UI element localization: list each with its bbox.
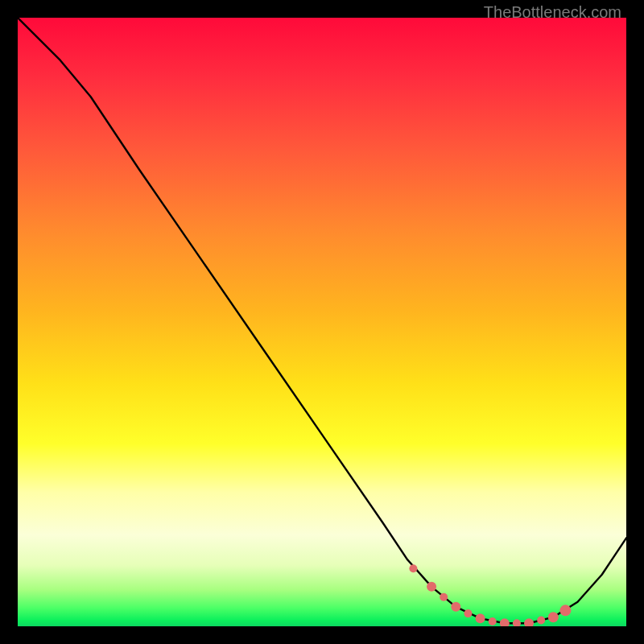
marker-point bbox=[559, 605, 571, 616]
bottleneck-curve bbox=[18, 18, 626, 623]
marker-point bbox=[409, 564, 417, 572]
marker-point bbox=[451, 602, 460, 612]
marker-point bbox=[427, 582, 436, 592]
marker-point bbox=[440, 593, 448, 601]
chart-plot-area bbox=[18, 18, 626, 626]
marker-point bbox=[513, 619, 521, 626]
watermark-text: TheBottleneck.com bbox=[484, 3, 621, 22]
curve-markers bbox=[409, 564, 571, 626]
marker-point bbox=[537, 616, 545, 624]
marker-point bbox=[489, 617, 497, 625]
chart-svg bbox=[18, 18, 626, 626]
marker-point bbox=[548, 612, 559, 622]
marker-point bbox=[476, 613, 485, 623]
marker-point bbox=[524, 618, 534, 626]
marker-point bbox=[464, 609, 472, 617]
marker-point bbox=[500, 618, 510, 626]
